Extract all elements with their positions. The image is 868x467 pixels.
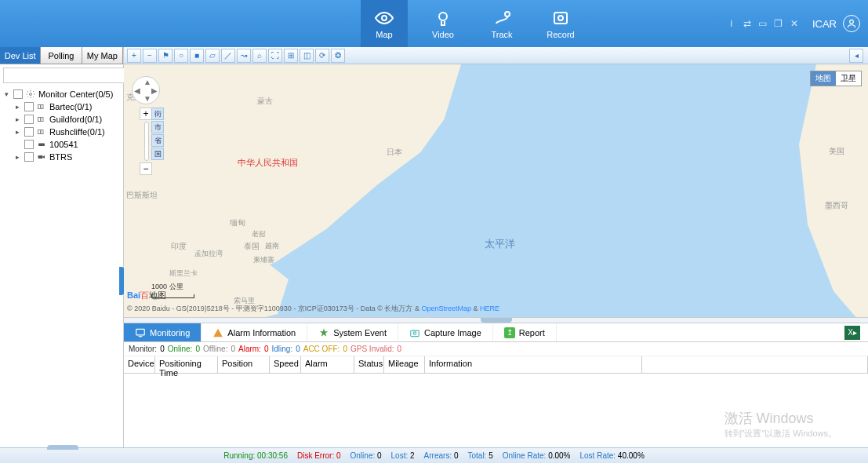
nav-track-label: Track <box>491 30 512 39</box>
divider-handle-icon[interactable] <box>481 318 512 323</box>
camera-icon <box>434 9 452 27</box>
minimize-icon[interactable]: ▭ <box>757 18 768 29</box>
fullscreen-icon[interactable]: ⛶ <box>268 49 282 63</box>
tab-dev-list[interactable]: Dev List <box>0 47 41 64</box>
col-mileage[interactable]: Mileage <box>384 356 425 373</box>
tree-item-bartec[interactable]: ▸Bartec(0/1) <box>2 100 122 113</box>
col-positioning-time[interactable]: Positioning Time <box>155 356 218 373</box>
tree-item-rushcliffe[interactable]: ▸Rushcliffe(0/1) <box>2 126 122 138</box>
checkbox[interactable] <box>24 140 34 149</box>
group-icon <box>36 102 47 111</box>
grid-icon[interactable]: ⊞ <box>284 49 298 63</box>
bp-tab-label: Capture Image <box>424 328 481 337</box>
svg-rect-9 <box>41 105 43 109</box>
bp-tab-label: Monitoring <box>150 328 190 337</box>
nav-video[interactable]: Video <box>419 0 467 47</box>
map-label: 越南 <box>265 241 279 251</box>
col-position[interactable]: Position <box>218 356 270 373</box>
tree-label: 100541 <box>49 140 78 149</box>
excel-export-button[interactable]: X▸ <box>844 326 860 340</box>
checkbox[interactable] <box>13 89 23 99</box>
area-zoom-icon[interactable]: ⌕ <box>252 49 267 63</box>
tree-root-label: Monitor Center(0/5) <box>38 89 113 99</box>
nav-record[interactable]: Record <box>537 0 584 47</box>
nav-map[interactable]: Map <box>361 0 408 47</box>
col-speed[interactable]: Speed <box>270 356 301 373</box>
info-icon[interactable]: i <box>726 18 737 29</box>
bp-tab-report[interactable]: ↥Report <box>493 323 557 341</box>
circle-icon[interactable]: ○ <box>174 49 188 63</box>
map-type-map[interactable]: 地图 <box>811 71 836 86</box>
map-label: 太平洋 <box>485 237 515 251</box>
svg-rect-8 <box>38 105 41 109</box>
zoom-out-icon[interactable]: − <box>143 49 157 63</box>
export-icon: ↥ <box>504 327 515 338</box>
path-icon[interactable]: ↝ <box>237 49 251 63</box>
user-avatar-icon[interactable] <box>843 15 860 32</box>
svg-point-1 <box>439 13 447 20</box>
tree-label: Rushcliffe(0/1) <box>49 127 105 137</box>
flag-icon[interactable]: ⚑ <box>158 49 173 63</box>
map-scale: 1000 公里 <box>151 282 194 300</box>
map-canvas[interactable]: 蒙古 克斯坦 巴斯斯坦 中华人民共和国 日本 印度 孟加拉湾 缅甸 老挝 泰国 … <box>124 64 868 317</box>
zoom-out-button[interactable]: − <box>140 162 152 175</box>
col-status[interactable]: Status <box>354 356 384 373</box>
app-header: Map Video Track Record i ⇄ ▭ ❐ ✕ ICAR <box>0 0 868 47</box>
tree-root[interactable]: ▾Monitor Center(0/5) <box>2 88 122 100</box>
nav-track[interactable]: Track <box>478 0 525 47</box>
polygon-icon[interactable]: ▱ <box>205 49 220 63</box>
col-information[interactable]: Information <box>425 356 642 373</box>
zoom-level-country[interactable]: 国 <box>151 148 164 160</box>
map-type-toggle: 地图 卫星 <box>810 71 862 86</box>
map-label: 泰国 <box>244 241 260 252</box>
group-icon <box>36 115 47 124</box>
tree-label: BTRS <box>49 152 72 162</box>
map-label: 印度 <box>171 241 187 252</box>
zoom-in-button[interactable]: + <box>140 108 152 120</box>
tree-item-guildford[interactable]: ▸Guildford(0/1) <box>2 113 122 126</box>
bp-tab-capture[interactable]: Capture Image <box>398 323 493 341</box>
square-icon[interactable]: ■ <box>190 49 204 63</box>
bp-tab-label: System Event <box>333 328 387 337</box>
osm-link[interactable]: OpenStreetMap <box>421 305 471 312</box>
panel-divider[interactable] <box>124 317 868 323</box>
tree-item-100541[interactable]: 100541 <box>2 138 122 151</box>
swap-icon[interactable]: ⇄ <box>742 18 753 29</box>
svg-point-4 <box>558 16 563 20</box>
bottom-collapse-handle[interactable] <box>47 445 78 450</box>
bp-tab-system-event[interactable]: System Event <box>307 323 398 341</box>
collapse-icon[interactable]: ◂ <box>849 49 863 63</box>
tree-item-btrs[interactable]: ▸BTRS <box>2 151 122 163</box>
here-link[interactable]: HERE <box>480 305 499 312</box>
map-type-satellite[interactable]: 卫星 <box>836 71 861 86</box>
checkbox[interactable] <box>24 127 34 137</box>
bp-tab-monitoring[interactable]: Monitoring <box>124 323 202 341</box>
search-input[interactable] <box>3 67 127 83</box>
tab-polling[interactable]: Polling <box>41 47 82 64</box>
tab-my-map[interactable]: My Map <box>82 47 123 64</box>
close-icon[interactable]: ✕ <box>789 18 800 29</box>
svg-point-5 <box>850 20 854 24</box>
line-icon[interactable]: ／ <box>221 49 235 63</box>
checkbox[interactable] <box>24 115 34 124</box>
zoom-level-street[interactable]: 街 <box>151 108 164 120</box>
col-device[interactable]: Device <box>124 356 155 373</box>
checkbox[interactable] <box>24 152 34 162</box>
refresh-icon[interactable]: ⟳ <box>315 49 329 63</box>
zoom-in-icon[interactable]: + <box>127 49 141 63</box>
globe-icon[interactable]: ❂ <box>331 49 345 63</box>
zoom-level-city[interactable]: 市 <box>151 121 164 133</box>
bp-tab-alarm[interactable]: Alarm Information <box>202 323 307 341</box>
map-label: 中华人民共和国 <box>238 157 298 169</box>
map-copyright: © 2020 Baidu - GS(2019)5218号 - 甲测资字11009… <box>127 304 499 314</box>
checkbox[interactable] <box>24 102 34 111</box>
col-alarm[interactable]: Alarm <box>301 356 354 373</box>
zoom-level-province[interactable]: 省 <box>151 134 164 147</box>
sidebar-collapse-handle[interactable] <box>119 267 124 295</box>
layers-icon[interactable]: ◫ <box>300 49 314 63</box>
bottom-panel: Monitoring Alarm Information System Even… <box>124 323 868 447</box>
maximize-icon[interactable]: ❐ <box>773 18 784 29</box>
svg-rect-17 <box>411 330 419 337</box>
pan-control[interactable]: ▲▼◀▶ <box>132 76 160 104</box>
svg-point-2 <box>505 12 510 16</box>
